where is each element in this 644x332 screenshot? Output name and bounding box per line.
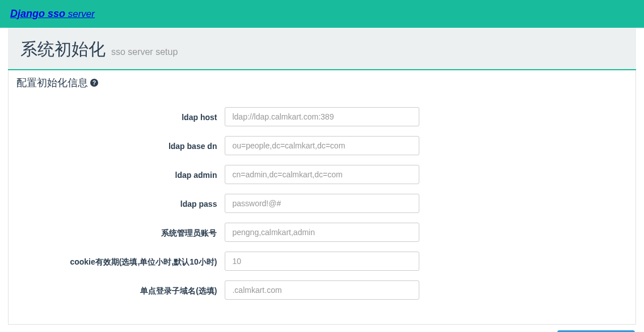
page-title: 系统初始化 <box>20 38 106 61</box>
panel-body: ldap host ldap base dn ldap admin ldap p… <box>9 96 635 324</box>
panel-heading: 配置初始化信息 ? <box>9 70 635 96</box>
row-ldap-admin: ldap admin <box>19 165 625 184</box>
label-ldap-base-dn: ldap base dn <box>19 136 225 152</box>
admin-users-input[interactable] <box>225 223 419 242</box>
label-ldap-pass: ldap pass <box>19 194 225 210</box>
row-sso-domain: 单点登录子域名(选填) <box>19 280 625 300</box>
navbar: Django sso server <box>0 0 644 28</box>
panel-title: 配置初始化信息 <box>16 76 88 90</box>
row-cookie-ttl: cookie有效期(选填,单位小时,默认10小时) <box>19 252 625 271</box>
cookie-ttl-input[interactable] <box>225 252 419 271</box>
brand-strong: Django sso <box>10 8 65 19</box>
label-sso-domain: 单点登录子域名(选填) <box>19 280 225 296</box>
row-admin-users: 系统管理员账号 <box>19 223 625 242</box>
row-ldap-pass: ldap pass <box>19 194 625 213</box>
ldap-admin-input[interactable] <box>225 165 419 184</box>
row-ldap-host: ldap host <box>19 107 625 126</box>
page-subtitle: sso server setup <box>111 47 178 57</box>
row-ldap-base-dn: ldap base dn <box>19 136 625 155</box>
panel-footer: 开始初始化系统 <box>0 325 644 332</box>
sso-domain-input[interactable] <box>225 280 419 300</box>
label-admin-users: 系统管理员账号 <box>19 223 225 239</box>
help-icon[interactable]: ? <box>90 79 98 87</box>
page-header: 系统初始化 sso server setup <box>8 28 636 70</box>
init-form: ldap host ldap base dn ldap admin ldap p… <box>19 107 625 300</box>
brand-light: server <box>65 8 95 19</box>
ldap-pass-input[interactable] <box>225 194 419 213</box>
label-cookie-ttl: cookie有效期(选填,单位小时,默认10小时) <box>19 252 225 267</box>
ldap-base-dn-input[interactable] <box>225 136 419 155</box>
brand-link[interactable]: Django sso server <box>10 8 95 20</box>
label-ldap-admin: ldap admin <box>19 165 225 181</box>
label-ldap-host: ldap host <box>19 107 225 123</box>
ldap-host-input[interactable] <box>225 107 419 126</box>
config-panel: 配置初始化信息 ? ldap host ldap base dn ldap ad… <box>8 70 636 325</box>
